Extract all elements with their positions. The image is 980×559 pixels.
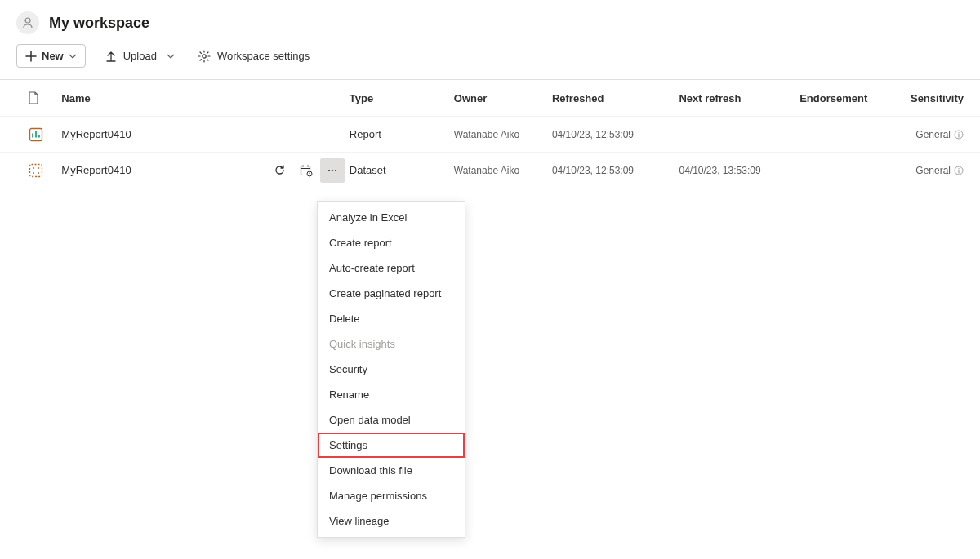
workspace-settings-button[interactable]: Workspace settings — [194, 45, 313, 68]
refresh-icon — [274, 164, 286, 176]
column-header-type[interactable]: Type — [350, 92, 454, 104]
new-button[interactable]: New — [16, 44, 86, 68]
report-icon — [28, 126, 44, 143]
row-endorsement: — — [800, 164, 899, 176]
row-next-refresh: — — [679, 129, 800, 140]
svg-point-0 — [25, 18, 30, 23]
gear-icon — [198, 50, 211, 63]
upload-icon — [105, 51, 117, 62]
menu-item[interactable]: Manage permissions — [318, 483, 465, 508]
person-icon — [21, 16, 34, 29]
menu-item[interactable]: Download this file — [318, 458, 465, 483]
row-sensitivity-label: General — [915, 165, 951, 176]
menu-item[interactable]: Rename — [318, 382, 465, 407]
plus-icon — [25, 51, 37, 62]
menu-item[interactable]: Auto-create report — [318, 255, 465, 281]
chevron-down-icon — [69, 52, 77, 60]
new-button-label: New — [42, 50, 64, 62]
row-owner: Watanabe Aiko — [454, 165, 552, 176]
svg-point-7 — [33, 172, 34, 174]
row-name-label[interactable]: MyReport0410 — [61, 164, 131, 176]
row-refreshed: 04/10/23, 12:53:09 — [552, 129, 679, 140]
svg-point-12 — [332, 169, 333, 171]
column-header-next-refresh[interactable]: Next refresh — [679, 92, 800, 104]
workspace-header: My workspace — [0, 0, 980, 42]
calendar-refresh-icon — [300, 164, 313, 177]
row-actions — [268, 158, 350, 183]
column-header-endorsement[interactable]: Endorsement — [800, 92, 899, 104]
row-endorsement: — — [800, 128, 899, 140]
avatar — [16, 11, 39, 34]
svg-rect-4 — [30, 164, 42, 176]
column-header-name[interactable]: Name — [61, 92, 349, 104]
svg-point-5 — [33, 167, 34, 169]
row-sensitivity: General — [899, 165, 964, 176]
row-sensitivity: General — [899, 129, 964, 140]
upload-label: Upload — [123, 50, 157, 62]
row-next-refresh: 04/10/23, 13:53:09 — [679, 165, 800, 176]
dataset-icon — [28, 162, 44, 179]
svg-point-6 — [38, 167, 39, 169]
svg-point-11 — [328, 169, 330, 171]
menu-item[interactable]: Security — [318, 357, 465, 382]
svg-point-13 — [335, 169, 336, 171]
row-type-icon-cell — [28, 126, 61, 143]
menu-item[interactable]: Open data model — [318, 407, 465, 433]
refresh-button[interactable] — [268, 158, 292, 183]
row-type: Dataset — [350, 164, 454, 176]
row-name-cell: MyReport0410 — [61, 128, 349, 140]
menu-item[interactable]: Delete — [318, 306, 465, 331]
more-options-button[interactable] — [320, 158, 345, 183]
column-header-owner[interactable]: Owner — [454, 92, 552, 104]
table-header-row: Name Type Owner Refreshed Next refresh E… — [0, 80, 980, 116]
info-icon — [954, 130, 964, 140]
info-icon — [954, 166, 964, 175]
row-type: Report — [350, 128, 454, 140]
row-name-cell: MyReport0410 — [61, 158, 349, 183]
context-menu: Analyze in ExcelCreate reportAuto-create… — [317, 201, 466, 538]
row-refreshed: 04/10/23, 12:53:09 — [552, 165, 679, 176]
column-header-icon — [28, 91, 61, 104]
table-row[interactable]: MyReport0410ReportWatanabe Aiko04/10/23,… — [0, 116, 980, 152]
menu-item[interactable]: View lineage — [318, 508, 465, 534]
menu-item[interactable]: Analyze in Excel — [318, 205, 465, 230]
row-type-icon-cell — [28, 162, 61, 179]
row-owner: Watanabe Aiko — [454, 129, 552, 140]
menu-item[interactable]: Create report — [318, 230, 465, 255]
upload-button[interactable]: Upload — [102, 45, 178, 67]
column-header-sensitivity[interactable]: Sensitivity — [899, 92, 964, 104]
menu-item: Quick insights — [318, 331, 465, 357]
more-horizontal-icon — [327, 165, 338, 176]
column-header-refreshed[interactable]: Refreshed — [552, 92, 679, 104]
svg-point-1 — [203, 54, 206, 57]
table-row[interactable]: MyReport0410DatasetWatanabe Aiko04/10/23… — [0, 152, 980, 188]
file-icon — [28, 91, 39, 104]
row-name-label[interactable]: MyReport0410 — [61, 128, 131, 140]
page-title: My workspace — [49, 15, 149, 32]
chevron-down-icon — [167, 52, 175, 60]
workspace-settings-label: Workspace settings — [217, 50, 310, 62]
row-sensitivity-label: General — [915, 129, 951, 140]
schedule-refresh-button[interactable] — [294, 158, 318, 183]
menu-item[interactable]: Settings — [318, 433, 465, 458]
menu-item[interactable]: Create paginated report — [318, 281, 465, 306]
toolbar: New Upload Workspace settings — [0, 42, 980, 80]
svg-point-8 — [38, 172, 39, 174]
content-table: Name Type Owner Refreshed Next refresh E… — [0, 80, 980, 188]
